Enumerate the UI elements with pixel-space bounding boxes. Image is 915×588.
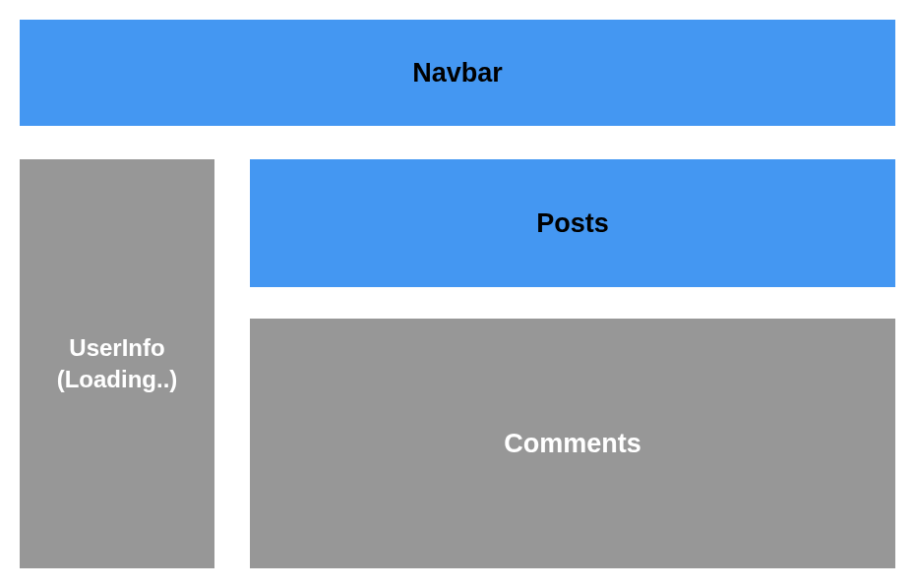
layout-diagram: Navbar UserInfo (Loading..) Posts Commen…	[20, 20, 895, 568]
comments-panel: Comments	[250, 319, 895, 568]
right-column: Posts Comments	[250, 159, 895, 568]
posts-panel: Posts	[250, 159, 895, 287]
navbar-label: Navbar	[412, 58, 503, 88]
userinfo-panel: UserInfo (Loading..)	[20, 159, 214, 568]
userinfo-label: UserInfo (Loading..)	[57, 332, 178, 396]
posts-label: Posts	[536, 208, 609, 239]
body-row: UserInfo (Loading..) Posts Comments	[20, 159, 895, 568]
navbar-panel: Navbar	[20, 20, 895, 126]
comments-label: Comments	[504, 429, 641, 459]
